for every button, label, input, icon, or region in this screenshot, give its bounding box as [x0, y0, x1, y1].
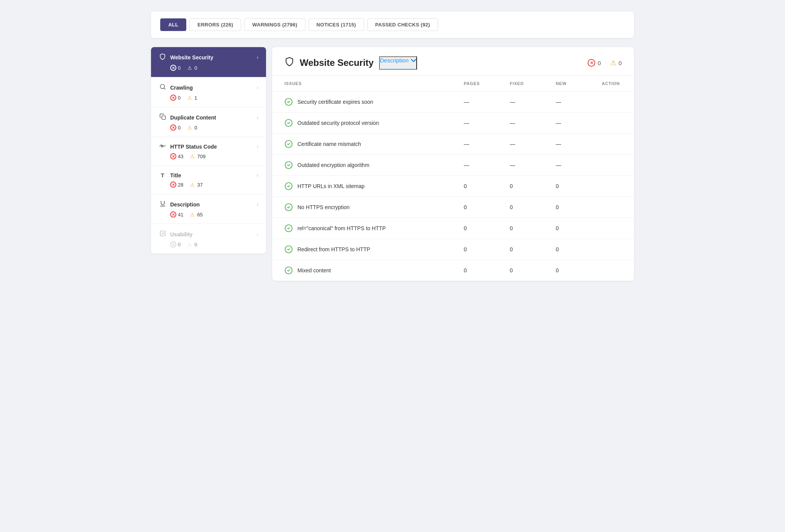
fixed-cell-8: 0	[504, 260, 550, 281]
new-cell-6: 0	[550, 218, 596, 239]
right-warning-icon: ⚠	[610, 59, 616, 67]
sidebar-label-description: Description	[170, 201, 200, 208]
sidebar-item-header-http: HTTP Status Code ›	[159, 143, 258, 150]
pages-cell-8: 0	[458, 260, 504, 281]
error-circle-icon: ✕	[170, 241, 176, 247]
sidebar-title-row-crawling: Crawling	[159, 83, 193, 92]
sidebar-stats-website-security: ✕ 0 ⚠ 0	[159, 65, 258, 71]
error-stat-usability: ✕ 0	[170, 241, 181, 247]
issue-cell-0: Security certificate expires soon	[272, 92, 458, 113]
table-row: Security certificate expires soon — — —	[272, 92, 634, 113]
sidebar-item-description[interactable]: Description › ✕ 41 ⚠ 65	[151, 194, 266, 224]
description-dropdown-button[interactable]: Description	[379, 56, 417, 70]
warn-stat-title: ⚠ 37	[189, 182, 202, 188]
tab-notices[interactable]: NOTICES (1715)	[309, 18, 364, 31]
fixed-cell-4: 0	[504, 176, 550, 197]
sidebar-title-row-title: T Title	[159, 172, 181, 178]
description-dropdown-label: Description	[380, 57, 409, 64]
sidebar-title-row-http: HTTP Status Code	[159, 143, 217, 150]
issue-name: HTTP URLs in XML sitemap	[297, 183, 365, 189]
table-row: rel="canonical" from HTTPS to HTTP 0 0 0	[272, 218, 634, 239]
pages-cell-0: —	[458, 92, 504, 113]
error-circle-icon: ✕	[170, 182, 176, 188]
pages-cell-1: —	[458, 113, 504, 134]
col-header-new: NEW	[550, 76, 596, 92]
issue-name: No HTTPS encryption	[297, 204, 350, 210]
sidebar: Website Security › ✕ 0 ⚠ 0	[151, 47, 266, 254]
table-row: Certificate name mismatch — — —	[272, 134, 634, 155]
new-cell-5: 0	[550, 197, 596, 218]
fixed-cell-7: 0	[504, 239, 550, 260]
sidebar-item-http-status[interactable]: HTTP Status Code › ✕ 43 ⚠ 709	[151, 137, 266, 166]
action-cell-4	[596, 176, 634, 197]
issue-cell-8: Mixed content	[272, 260, 458, 281]
error-circle-icon: ✕	[170, 95, 176, 101]
issue-cell-5: No HTTPS encryption	[272, 197, 458, 218]
fixed-cell-2: —	[504, 134, 550, 155]
issue-cell-inner: rel="canonical" from HTTPS to HTTP	[284, 224, 452, 232]
sidebar-item-title[interactable]: T Title › ✕ 28 ⚠ 37	[151, 166, 266, 194]
tab-errors[interactable]: ERRORS (226)	[189, 18, 241, 31]
right-warn-count: 0	[619, 60, 622, 66]
fixed-cell-5: 0	[504, 197, 550, 218]
sidebar-item-duplicate-content[interactable]: Duplicate Content › ✕ 0 ⚠ 0	[151, 107, 266, 137]
issues-table: ISSUES PAGES FIXED NEW ACTION Security c…	[272, 76, 634, 281]
pages-cell-7: 0	[458, 239, 504, 260]
warning-triangle-icon: ⚠	[187, 65, 193, 71]
check-circle-icon	[284, 245, 293, 254]
tab-warnings[interactable]: WARNINGS (2796)	[244, 18, 305, 31]
sidebar-stats-description: ✕ 41 ⚠ 65	[159, 211, 258, 218]
error-stat-title: ✕ 28	[170, 182, 183, 188]
sidebar-item-website-security[interactable]: Website Security › ✕ 0 ⚠ 0	[151, 47, 266, 77]
issue-cell-inner: Security certificate expires soon	[284, 98, 452, 106]
sidebar-item-header-title: T Title ›	[159, 172, 258, 178]
warning-triangle-icon: ⚠	[187, 241, 193, 247]
chevron-right-icon: ›	[257, 144, 258, 149]
issue-cell-inner: Outdated security protocol version	[284, 119, 452, 127]
check-circle-icon	[284, 266, 293, 275]
sidebar-item-usability[interactable]: Usability › ✕ 0 ⚠ 0	[151, 224, 266, 254]
action-cell-2	[596, 134, 634, 155]
check-circle-icon	[284, 203, 293, 211]
warn-stat-description: ⚠ 65	[189, 211, 202, 218]
sidebar-item-header: Website Security ›	[159, 53, 258, 62]
new-cell-0: —	[550, 92, 596, 113]
action-cell-0	[596, 92, 634, 113]
sidebar-title-row: Website Security	[159, 53, 213, 62]
sidebar-stats-http: ✕ 43 ⚠ 709	[159, 153, 258, 159]
underline-icon	[159, 200, 166, 208]
issue-cell-inner: HTTP URLs in XML sitemap	[284, 182, 452, 190]
table-header-row: ISSUES PAGES FIXED NEW ACTION	[272, 76, 634, 92]
right-error-icon: ✕	[588, 59, 595, 67]
issue-cell-1: Outdated security protocol version	[272, 113, 458, 134]
action-cell-5	[596, 197, 634, 218]
fixed-cell-6: 0	[504, 218, 550, 239]
content-area: Website Security Description ✕ 0	[272, 47, 634, 281]
sidebar-item-crawling[interactable]: Crawling › ✕ 0 ⚠ 1	[151, 77, 266, 107]
check-circle-icon	[284, 182, 293, 190]
warn-stat-usability: ⚠ 0	[187, 241, 197, 247]
check-circle-icon	[284, 161, 293, 169]
warn-stat-crawling: ⚠ 1	[187, 95, 197, 101]
error-stat-description: ✕ 41	[170, 211, 183, 218]
search-icon	[159, 83, 166, 92]
sidebar-label-crawling: Crawling	[170, 85, 193, 91]
error-stat-http: ✕ 43	[170, 153, 183, 159]
sidebar-stats-crawling: ✕ 0 ⚠ 1	[159, 95, 258, 101]
issue-cell-inner: Outdated encryption algorithm	[284, 161, 452, 169]
pages-cell-6: 0	[458, 218, 504, 239]
tab-passed[interactable]: PASSED CHECKS (92)	[367, 18, 438, 31]
tab-all[interactable]: ALL	[160, 18, 186, 31]
table-row: HTTP URLs in XML sitemap 0 0 0	[272, 176, 634, 197]
pages-cell-5: 0	[458, 197, 504, 218]
issue-name: Certificate name mismatch	[297, 141, 361, 147]
sidebar-stats-usability: ✕ 0 ⚠ 0	[159, 241, 258, 247]
table-row: Mixed content 0 0 0	[272, 260, 634, 281]
col-header-action: ACTION	[596, 76, 634, 92]
action-cell-8	[596, 260, 634, 281]
chevron-right-icon: ›	[257, 115, 258, 120]
new-cell-1: —	[550, 113, 596, 134]
issue-cell-inner: Mixed content	[284, 266, 452, 275]
content-header: Website Security Description ✕ 0	[272, 47, 634, 76]
sidebar-stats-title: ✕ 28 ⚠ 37	[159, 182, 258, 188]
